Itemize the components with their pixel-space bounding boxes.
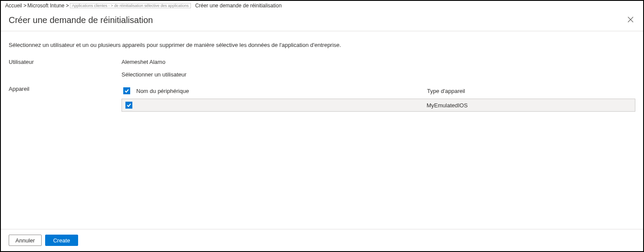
row-device-type: MyEmulatedIOS <box>427 102 635 109</box>
column-header-name[interactable]: Nom du périphérique <box>136 88 427 94</box>
close-button[interactable] <box>626 14 635 26</box>
breadcrumb-home[interactable]: Accueil > <box>5 3 26 9</box>
page-title: Créer une demande de réinitialisation <box>9 15 153 25</box>
content-area: Sélectionnez un utilisateur et un ou plu… <box>1 31 643 229</box>
device-table-header: Nom du périphérique Type d'appareil <box>122 86 635 99</box>
row-checkbox[interactable] <box>125 102 132 109</box>
user-label: Utilisateur <box>9 59 122 65</box>
breadcrumb-client-apps[interactable]: Applications clientes - > de réinitialis… <box>70 3 191 8</box>
description-text: Sélectionnez un utilisateur et un ou plu… <box>9 42 635 48</box>
breadcrumb-intune[interactable]: Microsoft Intune > <box>27 3 69 9</box>
select-all-checkbox[interactable] <box>123 87 130 94</box>
device-field: Appareil Nom du périphérique Type d'appa… <box>9 86 635 112</box>
close-icon <box>628 16 634 24</box>
page-header: Créer une demande de réinitialisation <box>1 10 643 31</box>
footer: Annuler Create <box>1 229 643 251</box>
cancel-button[interactable]: Annuler <box>9 235 42 246</box>
breadcrumb: Accueil > Microsoft Intune > Application… <box>1 1 643 10</box>
breadcrumb-current: Créer une demande de réinitialisation <box>195 3 282 9</box>
device-table: Nom du périphérique Type d'appareil MyEm… <box>122 86 635 112</box>
select-user-link[interactable]: Sélectionner un utilisateur <box>122 71 635 78</box>
user-field: Utilisateur Alemeshet Alamo Sélectionner… <box>9 59 635 78</box>
create-button[interactable]: Create <box>45 235 78 246</box>
table-row[interactable]: MyEmulatedIOS <box>122 99 635 112</box>
user-name: Alemeshet Alamo <box>122 59 635 65</box>
device-label: Appareil <box>9 86 122 92</box>
column-header-type[interactable]: Type d'appareil <box>427 88 635 94</box>
